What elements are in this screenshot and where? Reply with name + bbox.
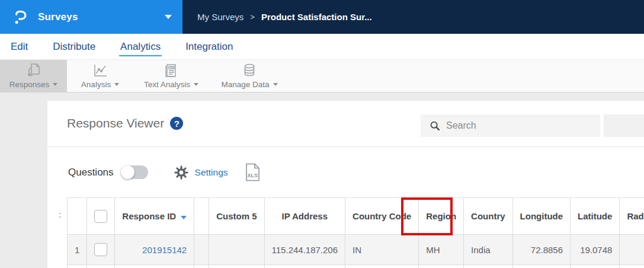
header-cell-response-id[interactable]: Response ID [115, 198, 194, 235]
analysis-chart-icon [92, 63, 108, 78]
cell-longitude [512, 265, 570, 268]
help-icon[interactable]: ? [170, 117, 183, 130]
search-box [421, 114, 600, 137]
tab-integration[interactable]: Integration [185, 41, 233, 53]
product-switcher[interactable]: Surveys [0, 0, 182, 34]
settings-control[interactable] [174, 165, 188, 180]
xls-file-icon: XLS [245, 163, 261, 181]
response-viewer-card: Response Viewer ? Questions [47, 101, 644, 268]
cell-region: MH [419, 235, 464, 265]
cell-radius [620, 235, 644, 265]
search-input[interactable] [446, 120, 594, 131]
chevron-down-icon [114, 83, 119, 86]
chevron-down-icon [194, 83, 198, 86]
cell-checkbox [87, 265, 115, 268]
questions-toggle[interactable] [121, 165, 148, 179]
responses-table-wrap: : Response IDCustom 5IP AddressCountry C… [67, 197, 644, 268]
breadcrumb-separator: > [250, 12, 255, 21]
sort-desc-icon[interactable] [181, 216, 187, 219]
table-row [68, 265, 644, 268]
cell-country-code [345, 265, 419, 268]
analytics-toolbar: Responses Analysis Tex [0, 59, 644, 92]
header-cell-country: Country [464, 198, 513, 235]
chevron-down-icon [273, 83, 278, 86]
header-cell-region: Region [419, 198, 464, 235]
header-cell-text [194, 198, 209, 235]
tab-distribute[interactable]: Distribute [53, 41, 95, 53]
database-icon [242, 63, 257, 78]
responses-table: Response IDCustom 5IP AddressCountry Cod… [67, 197, 644, 268]
chevron-down-icon [53, 83, 57, 86]
cell-country-code: IN [345, 235, 419, 265]
text-analysis-icon [164, 63, 179, 78]
breadcrumb-current-survey: Product Satisfaction Sur... [261, 12, 372, 22]
responses-icon [25, 63, 42, 78]
cell-region [419, 265, 464, 268]
toggle-knob [121, 165, 134, 179]
table-header-row: Response IDCustom 5IP AddressCountry Cod… [68, 198, 644, 235]
tab-edit[interactable]: Edit [11, 41, 28, 53]
cell-response-id: 201915142 [115, 235, 194, 265]
breadcrumb: My Surveys > Product Satisfaction Sur... [197, 0, 372, 34]
header-action-button-cutoff[interactable] [604, 114, 644, 137]
header-cell-checkbox[interactable] [87, 198, 115, 235]
column-handle-dots: : [59, 210, 62, 219]
toolbar-analysis[interactable]: Analysis [67, 60, 133, 92]
breadcrumb-my-surveys[interactable]: My Surveys [197, 12, 243, 22]
xls-export-button[interactable]: XLS [245, 163, 261, 181]
questionpro-logo-icon [13, 9, 28, 25]
main-nav-tabs: Edit Distribute Analytics Integration [0, 34, 644, 59]
cell-longitude: 72.8856 [512, 235, 570, 265]
cell-response-id [115, 265, 194, 268]
toolbar-analysis-label: Analysis [81, 80, 111, 89]
table-row: 1201915142115.244.187.206INMHIndia72.885… [68, 235, 644, 265]
cell-checkbox [87, 235, 115, 265]
chevron-down-icon[interactable] [165, 15, 172, 19]
cell-rownum [68, 265, 87, 268]
cell-latitude [571, 265, 620, 268]
settings-link[interactable]: Settings [195, 167, 228, 178]
questions-label: Questions [68, 167, 114, 178]
toolbar-text-analysis-label: Text Analysis [144, 80, 190, 89]
toolbar-manage-data-label: Manage Data [221, 80, 269, 89]
response-id-link[interactable]: 201915142 [142, 245, 187, 255]
cell-text [194, 235, 209, 265]
cell-custom-5 [209, 235, 264, 265]
page-body: Response Viewer ? Questions [0, 92, 644, 268]
gear-icon [174, 165, 188, 180]
header-cell-rownum [68, 198, 87, 235]
product-name: Surveys [38, 11, 165, 23]
viewer-controls: Questions Settings [47, 147, 644, 197]
header-cell-custom-5: Custom 5 [209, 198, 264, 235]
tab-analytics[interactable]: Analytics [120, 41, 161, 53]
cell-country: India [464, 235, 513, 265]
toolbar-responses-label: Responses [9, 80, 50, 89]
svg-text:XLS: XLS [247, 173, 258, 178]
select-all-checkbox[interactable] [94, 210, 107, 223]
cell-latitude: 19.0748 [571, 235, 620, 265]
cell-radius [620, 265, 644, 268]
toolbar-responses[interactable]: Responses [0, 60, 67, 92]
top-header-bar: Surveys My Surveys > Product Satisfactio… [0, 0, 644, 34]
cell-country [464, 265, 513, 268]
cell-text [194, 265, 209, 268]
viewer-header: Response Viewer ? [47, 101, 644, 147]
row-checkbox[interactable] [94, 243, 107, 256]
header-cell-longitude: Longitude [512, 198, 570, 235]
header-cell-latitude: Latitude [571, 198, 620, 235]
header-cell-radius: Radius [620, 198, 644, 235]
cell-ip-address: 115.244.187.206 [264, 235, 345, 265]
toolbar-text-analysis[interactable]: Text Analysis [133, 60, 209, 92]
cell-rownum: 1 [68, 235, 87, 265]
search-icon [429, 120, 441, 132]
cell-ip-address [264, 265, 345, 268]
header-cell-ip-address: IP Address [264, 198, 345, 235]
header-cell-country-code: Country Code [345, 198, 419, 235]
page-title: Response Viewer [67, 116, 164, 130]
toolbar-manage-data[interactable]: Manage Data [209, 60, 290, 92]
cell-custom-5 [209, 265, 264, 268]
